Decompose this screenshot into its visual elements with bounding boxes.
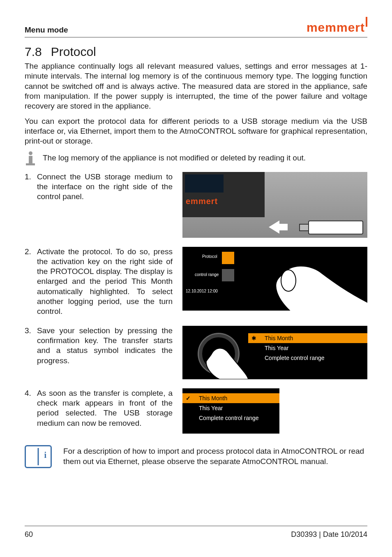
step-1-text: Connect the USB storage medium to the in… [37, 172, 173, 202]
ill2-label-timestamp: 12.10.2012 12:00 [186, 289, 218, 293]
step-1: 1. Connect the USB storage medium to the… [25, 172, 367, 238]
step-4-number: 4. [25, 388, 37, 428]
document-id: D30393 | Date 10/2014 [291, 530, 367, 539]
ill2-lock-icon [222, 269, 234, 281]
usb-stick-icon [308, 220, 363, 234]
period-menu-transferring: This Month This Year Complete control ra… [248, 326, 367, 379]
step-2: 2. Activate the protocol. To do so, pres… [25, 247, 367, 317]
page-number: 60 [25, 530, 33, 539]
turn-control-icon [182, 326, 248, 379]
step-3: 3. Save your selection by pressing the c… [25, 326, 367, 379]
step-2-text: Activate the protocol. To do so, press t… [37, 247, 173, 317]
device-brand-text: emmert [186, 197, 218, 206]
info-icon [25, 151, 36, 165]
menu-item-this-year[interactable]: This Year [248, 343, 367, 353]
manual-reference-text: For a description of how to import and p… [63, 446, 367, 466]
menu-item-complete-range[interactable]: Complete control range [248, 353, 367, 363]
page-header: Menu mode memmert [25, 21, 367, 37]
step-1-illustration: emmert [182, 172, 367, 238]
info-note: The log memory of the appliance is not m… [25, 151, 367, 165]
steps-list: 1. Connect the USB storage medium to the… [25, 172, 367, 434]
arrow-left-icon [269, 220, 279, 234]
step-3-number: 3. [25, 326, 37, 366]
step-4-illustration: This Month This Year Complete control ra… [182, 388, 367, 434]
step-1-number: 1. [25, 172, 37, 202]
svg-point-0 [281, 270, 296, 291]
menu-item-done-this-month[interactable]: This Month [182, 393, 279, 403]
step-3-text: Save your selection by pressing the conf… [37, 326, 173, 366]
brand-mark-icon [366, 17, 367, 27]
intro-paragraph-1: The appliance continually logs all relev… [25, 61, 367, 111]
step-2-number: 2. [25, 247, 37, 317]
menu-item-done-complete-range[interactable]: Complete control range [182, 413, 279, 423]
brand-logo: memmert [307, 21, 367, 35]
step-2-illustration: Protocol control range 12.10.2012 12:00 [182, 247, 367, 311]
section-title: Protocol [51, 45, 96, 58]
section-number: 7.8 [25, 45, 42, 58]
ill2-label-protocol: Protocol [202, 254, 217, 259]
ill2-highlight-icon [222, 252, 234, 264]
page-footer: 60 D30393 | Date 10/2014 [25, 526, 367, 539]
manual-book-icon: i [25, 445, 52, 468]
hand-pointer-icon [265, 259, 367, 311]
menu-item-this-month[interactable]: This Month [248, 333, 367, 343]
period-menu-done: This Month This Year Complete control ra… [182, 388, 279, 434]
section-heading: 7.8Protocol [25, 45, 367, 59]
menu-item-done-this-year[interactable]: This Year [182, 403, 279, 413]
ill2-label-control-range: control range [195, 272, 219, 277]
hand-press-icon [182, 326, 248, 379]
header-section-title: Menu mode [25, 26, 68, 35]
step-4: 4. As soon as the transfer is complete, … [25, 388, 367, 434]
page: Menu mode memmert 7.8Protocol The applia… [0, 0, 392, 557]
info-text: The log memory of the appliance is not m… [43, 153, 306, 163]
brand-text: memmert [307, 21, 365, 34]
step-3-illustration: This Month This Year Complete control ra… [182, 326, 367, 379]
intro-paragraph-2: You can export the protocol data for dif… [25, 116, 367, 146]
manual-reference-note: i For a description of how to import and… [25, 445, 367, 468]
step-4-text: As soon as the transfer is complete, a c… [37, 388, 173, 428]
